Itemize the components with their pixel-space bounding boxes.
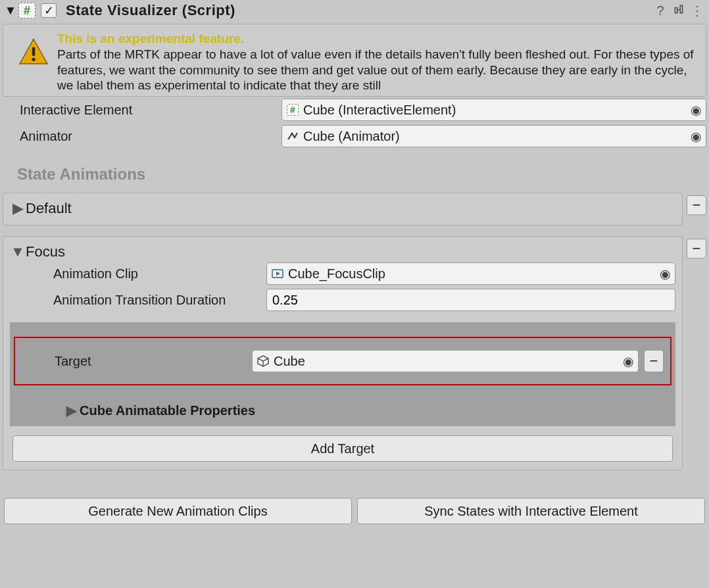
context-menu-icon[interactable]: ⋮ (688, 3, 706, 18)
target-highlight: Target Cube ◉ − (14, 337, 672, 385)
state-focus: ▼ Focus Animation Clip Cube_FocusClip ◉ … (3, 236, 683, 470)
interactive-element-field: Interactive Element # Cube (InteractiveE… (0, 97, 709, 123)
animatable-properties-foldout[interactable]: ▶ Cube Animatable Properties (16, 397, 669, 418)
animation-duration-input[interactable] (266, 289, 675, 311)
state-default: ▶ Default (3, 193, 683, 226)
component-foldout[interactable]: ▼ (3, 3, 18, 18)
sync-states-button[interactable]: Sync States with Interactive Element (357, 498, 705, 524)
foldout-arrow[interactable]: ▶ (10, 200, 26, 217)
script-icon: # (18, 3, 36, 18)
field-label: Animator (3, 129, 281, 144)
remove-target-button[interactable]: − (644, 350, 664, 372)
help-icon[interactable]: ? (651, 3, 670, 18)
target-label: Target (22, 354, 252, 369)
object-picker-icon[interactable]: ◉ (689, 103, 702, 118)
component-enabled-checkbox[interactable]: ✓ (41, 3, 57, 18)
warning-headline: This is an experimental feature. (57, 31, 697, 47)
target-object-slot[interactable]: Cube ◉ (252, 350, 639, 372)
animator-icon (286, 130, 299, 142)
svg-point-2 (291, 133, 293, 135)
warning-icon (10, 31, 57, 68)
component-title: State Visualizer (Script) (66, 2, 235, 19)
animator-object-slot[interactable]: Cube (Animator) ◉ (281, 125, 706, 147)
object-picker-icon[interactable]: ◉ (689, 129, 702, 144)
gameobject-icon (257, 355, 270, 367)
warning-body: Parts of the MRTK appear to have a lot o… (57, 47, 697, 93)
experimental-warning: This is an experimental feature. Parts o… (3, 24, 706, 97)
foldout-arrow: ▶ (66, 403, 80, 418)
interactive-element-object-slot[interactable]: # Cube (InteractiveElement) ◉ (281, 99, 706, 121)
svg-rect-0 (32, 47, 36, 57)
state-name: Focus (26, 243, 65, 260)
add-target-button[interactable]: Add Target (12, 435, 673, 462)
remove-state-button[interactable]: − (687, 195, 706, 215)
animation-duration-field: Animation Transition Duration (10, 287, 675, 313)
animation-clip-object-slot[interactable]: Cube_FocusClip ◉ (266, 262, 675, 285)
presets-icon[interactable] (670, 3, 688, 18)
field-label: Interactive Element (3, 103, 281, 118)
foldout-arrow[interactable]: ▼ (10, 243, 26, 260)
animation-clip-icon (271, 268, 284, 280)
object-picker-icon[interactable]: ◉ (621, 354, 634, 369)
target-panel: Target Cube ◉ − ▶ Cube Animatable Prop (10, 322, 675, 426)
svg-marker-4 (276, 272, 280, 276)
remove-state-button[interactable]: − (687, 239, 706, 258)
component-header: ▼ # ✓ State Visualizer (Script) ? ⋮ (0, 0, 709, 24)
animation-clip-field: Animation Clip Cube_FocusClip ◉ (10, 260, 675, 287)
state-animations-heading: State Animations (0, 149, 709, 193)
object-picker-icon[interactable]: ◉ (658, 266, 671, 282)
animator-field: Animator Cube (Animator) ◉ (0, 123, 709, 149)
svg-point-1 (32, 58, 35, 61)
state-name: Default (26, 200, 72, 217)
generate-clips-button[interactable]: Generate New Animation Clips (4, 498, 352, 524)
script-icon: # (287, 104, 299, 116)
